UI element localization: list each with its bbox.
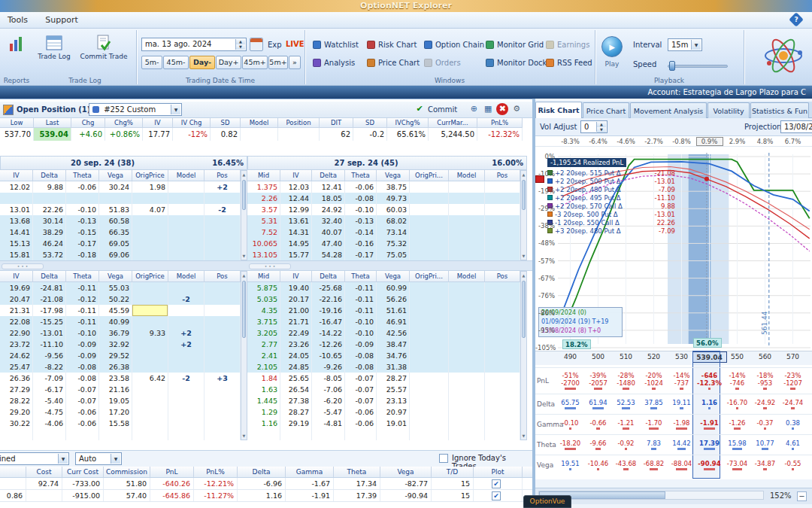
- auto-dropdown[interactable]: Auto ▼: [75, 452, 122, 465]
- chain-row[interactable]: 12.029.88-0.0630.241.98+2: [0, 181, 241, 193]
- spin-up-icon[interactable]: ▲: [236, 39, 245, 44]
- horizontal-scrollbar[interactable]: • • •: [2, 263, 44, 269]
- column-header[interactable]: Vega: [380, 467, 432, 477]
- chain-row[interactable]: 7.5214.3140.07-0.1473.14: [247, 227, 520, 238]
- column-header[interactable]: Vega: [377, 170, 410, 181]
- chain-row[interactable]: 3.20522.49-14.22-0.1042.56: [247, 327, 520, 339]
- window-button-price-chart[interactable]: Price Chart: [367, 56, 420, 69]
- chain-row[interactable]: 14.4138.29-0.1566.35: [0, 227, 241, 238]
- time-step-button-Dayplus[interactable]: Day+: [216, 56, 241, 69]
- menu-tools[interactable]: Tools: [0, 12, 35, 28]
- chain-row[interactable]: [247, 429, 520, 440]
- column-header[interactable]: PnL%: [194, 467, 238, 477]
- chain-row[interactable]: 5.03520.17-22.16-0.1156.26: [247, 294, 520, 305]
- scrollbar-thumb[interactable]: [242, 180, 246, 210]
- columns-icon[interactable]: ▦: [482, 103, 494, 115]
- chain-row[interactable]: 20.47-21.08-0.1250.22-2: [0, 294, 241, 305]
- scroll-down-icon[interactable]: ▼: [241, 253, 247, 259]
- chain-row[interactable]: 29.20-4.75-0.0617.20: [0, 406, 241, 418]
- column-header[interactable]: [0, 467, 26, 477]
- scroll-up-icon[interactable]: ▲: [241, 172, 247, 178]
- column-header[interactable]: Curr Cost: [62, 467, 104, 477]
- chevron-down-icon[interactable]: ▼: [111, 454, 120, 464]
- chain-row[interactable]: 10.06514.9547.40-0.1675.32: [247, 238, 520, 249]
- tab-risk-chart[interactable]: Risk Chart: [535, 102, 582, 118]
- vol-adjust-spinner[interactable]: ▲▼: [596, 122, 606, 132]
- chain-row[interactable]: 4.3521.00-19.16-0.1151.61: [247, 305, 520, 316]
- column-header[interactable]: Pos: [205, 271, 241, 282]
- chain-row[interactable]: 21.31-17.98-0.1145.59: [0, 305, 241, 316]
- chain-row[interactable]: 1.6326.54-7.06-0.0725.57: [247, 384, 520, 395]
- column-header[interactable]: Mid: [247, 170, 280, 181]
- chain-row[interactable]: 1.37512.0312.41-0.0638.75: [247, 181, 520, 193]
- scroll-up-icon[interactable]: ▲: [521, 172, 526, 178]
- column-header[interactable]: Theta: [66, 271, 99, 282]
- title-bar[interactable]: OptionNET Explorer: [0, 0, 812, 12]
- scrollbar-thumb[interactable]: [242, 281, 246, 338]
- chain-row[interactable]: 2.4124.05-10.65-0.0834.76: [247, 350, 520, 361]
- play-button[interactable]: ▶: [601, 36, 623, 57]
- column-header[interactable]: PnL: [150, 467, 194, 477]
- chain-row[interactable]: 2.7723.26-12.26-0.0938.47: [247, 339, 520, 350]
- column-header[interactable]: Theta: [334, 467, 380, 477]
- vertical-scrollbar[interactable]: ▲▼: [520, 271, 527, 440]
- vol-adjust-input[interactable]: 0 ▲▼: [580, 120, 607, 133]
- column-header[interactable]: Commission: [104, 467, 150, 477]
- time-step-button-5mminus[interactable]: 5m-: [141, 56, 162, 69]
- scrollbar-thumb[interactable]: [522, 281, 526, 338]
- column-header[interactable]: Vega: [99, 170, 132, 181]
- chain-row[interactable]: [0, 429, 241, 440]
- trading-date-input[interactable]: ma. 13 ago. 2024 ▲▼: [141, 38, 247, 51]
- scroll-up-icon[interactable]: ▲: [241, 272, 247, 278]
- column-header[interactable]: Pos: [485, 170, 520, 181]
- scrollbar-thumb[interactable]: [522, 180, 526, 210]
- move-scale-label[interactable]: 2.9%: [724, 138, 751, 145]
- column-header[interactable]: Pos: [205, 170, 241, 181]
- trade-log-button[interactable]: Trade Log: [36, 35, 72, 60]
- column-header[interactable]: Theta: [345, 271, 377, 282]
- scroll-up-icon[interactable]: ▲: [521, 272, 526, 278]
- window-button-watchlist[interactable]: Watchlist: [313, 38, 359, 51]
- zoom-out-button[interactable]: −: [797, 491, 807, 501]
- scroll-down-icon[interactable]: ▼: [521, 253, 526, 259]
- date-spinner[interactable]: ▲▼: [235, 39, 245, 50]
- column-header[interactable]: Theta: [66, 170, 99, 181]
- chain-row[interactable]: 1.1629.19-4.81-0.0619.01: [247, 418, 520, 429]
- plot-checkbox[interactable]: ✔: [492, 491, 501, 500]
- column-header[interactable]: OrigPri...: [410, 271, 449, 282]
- tab-statistics-fun[interactable]: Statistics & Fun: [750, 102, 809, 118]
- column-header[interactable]: Pos: [485, 271, 520, 282]
- close-icon[interactable]: ✖: [496, 103, 508, 115]
- scroll-down-icon[interactable]: ▼: [521, 433, 526, 439]
- toolbar-overflow-button[interactable]: »: [289, 56, 301, 69]
- column-header[interactable]: IV: [280, 271, 312, 282]
- tab-volatility[interactable]: Volatility: [707, 102, 750, 118]
- column-header[interactable]: Gamma: [286, 467, 334, 477]
- commit-trade-button[interactable]: Commit Trade: [77, 35, 131, 60]
- expiry-header-left[interactable]: 20 sep. 24 (38) 16.45%: [0, 156, 247, 170]
- spin-down-icon[interactable]: ▼: [236, 44, 245, 50]
- column-header[interactable]: Model: [449, 271, 485, 282]
- column-header[interactable]: IV: [0, 271, 33, 282]
- vertical-scrollbar[interactable]: ▲▼: [520, 170, 527, 260]
- window-button-rss-feed[interactable]: RSS Feed: [546, 56, 592, 69]
- speed-slider[interactable]: [668, 65, 728, 68]
- column-header[interactable]: Delta: [33, 170, 66, 181]
- move-scale-label[interactable]: 4.8%: [752, 138, 779, 145]
- dock-tab-optionvue[interactable]: OptionVue: [523, 495, 571, 508]
- column-header[interactable]: Vega: [377, 271, 410, 282]
- chevron-down-icon[interactable]: ▼: [691, 40, 701, 50]
- move-scale-label[interactable]: 6.7%: [780, 138, 807, 145]
- column-header[interactable]: Delta: [312, 271, 345, 282]
- column-header[interactable]: Delta: [312, 170, 345, 181]
- chain-row[interactable]: 3.71521.71-16.47-0.1046.91: [247, 316, 520, 327]
- column-header[interactable]: OrigPri...: [410, 170, 449, 181]
- chain-row[interactable]: 2.10524.85-9.26-0.0831.38: [247, 361, 520, 373]
- calendar-icon[interactable]: [250, 38, 263, 51]
- exp-label[interactable]: Exp: [268, 41, 282, 49]
- column-header[interactable]: Plot: [474, 467, 523, 477]
- chain-row[interactable]: 24.62-9.56-0.0929.52: [0, 350, 241, 361]
- column-header[interactable]: Theta: [345, 170, 377, 181]
- search-icon[interactable]: ⊕: [468, 103, 480, 115]
- spin-down-icon[interactable]: ▼: [597, 127, 606, 132]
